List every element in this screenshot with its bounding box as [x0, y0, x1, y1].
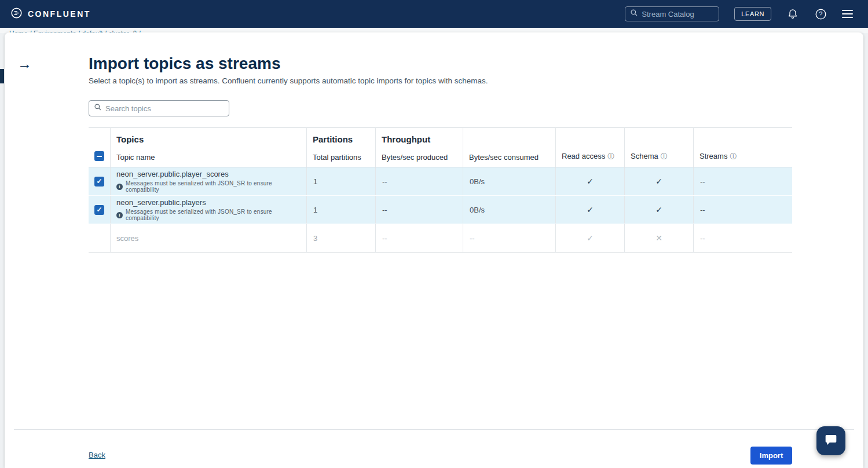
menu-hamburger-icon[interactable] — [842, 10, 853, 18]
top-navbar: CONFLUENT LEARN ? — [0, 0, 868, 28]
bytes-consumed-value: 0B/s — [463, 167, 555, 195]
streams-value: -- — [693, 167, 792, 195]
select-all-checkbox[interactable] — [94, 151, 104, 161]
row-checkbox[interactable] — [94, 177, 104, 187]
chat-bubble-icon — [823, 432, 838, 449]
streams-value: -- — [693, 224, 792, 252]
col-topic-name: Topic name — [116, 153, 301, 162]
partitions-value: 3 — [306, 224, 375, 252]
topic-name: neon_server.public.players — [116, 198, 206, 207]
search-icon — [94, 103, 102, 114]
streams-value: -- — [693, 196, 792, 224]
confluent-brand[interactable]: CONFLUENT — [0, 7, 91, 21]
info-icon: i — [116, 184, 123, 190]
read-access-check-icon: ✓ — [587, 233, 594, 243]
partitions-value: 1 — [306, 167, 375, 195]
col-read-access: Read accessⓘ — [562, 152, 618, 162]
col-bytes-consumed: Bytes/sec consumed — [469, 153, 550, 162]
bytes-produced-value: -- — [375, 224, 463, 252]
col-topics: Topics — [116, 134, 301, 144]
help-icon[interactable]: ? — [814, 8, 827, 20]
collapse-panel-arrow-icon[interactable]: → — [17, 56, 32, 72]
confluent-logo-icon — [10, 7, 23, 21]
page-subtitle: Select a topic(s) to import as streams. … — [89, 76, 488, 85]
brand-name: CONFLUENT — [28, 9, 91, 19]
bytes-produced-value: -- — [375, 167, 463, 195]
info-icon: ⓘ — [661, 152, 668, 160]
notifications-bell-icon[interactable] — [786, 8, 799, 20]
topic-name: scores — [116, 234, 138, 243]
svg-text:?: ? — [819, 10, 822, 17]
row-checkbox[interactable] — [94, 205, 104, 215]
import-button[interactable]: Import — [750, 447, 792, 465]
back-link[interactable]: Back — [89, 451, 105, 459]
search-topics-input[interactable] — [105, 104, 218, 113]
collapsed-sidebar-sliver — [0, 69, 4, 83]
page-title: Import topics as streams — [89, 54, 280, 73]
chat-widget-button[interactable] — [816, 426, 845, 455]
topic-name: neon_server.public.player_scores — [116, 170, 229, 178]
info-icon: ⓘ — [730, 152, 737, 160]
schema-cross-icon: ✕ — [655, 233, 662, 243]
schema-check-icon: ✓ — [655, 205, 662, 214]
search-topics-field[interactable] — [89, 100, 229, 116]
bytes-consumed-value: 0B/s — [463, 196, 555, 224]
topics-table: Topics Topic name Partitions Total parti… — [89, 127, 792, 253]
info-icon: i — [116, 212, 123, 218]
bytes-produced-value: -- — [375, 196, 463, 224]
info-icon: ⓘ — [607, 152, 614, 160]
bytes-consumed-value: -- — [463, 224, 555, 252]
topic-note: i Messages must be serialized with JSON_… — [116, 180, 301, 193]
col-streams: Streamsⓘ — [699, 152, 786, 162]
read-access-check-icon: ✓ — [587, 205, 594, 214]
col-total-partitions: Total partitions — [313, 153, 369, 162]
search-icon — [630, 9, 638, 19]
table-row: scores 3 -- -- ✓ ✕ -- — [89, 224, 792, 253]
footer-divider — [14, 429, 854, 430]
table-row[interactable]: neon_server.public.players i Messages mu… — [89, 196, 792, 224]
col-partitions: Partitions — [313, 134, 369, 144]
col-schema: Schemaⓘ — [631, 152, 687, 162]
schema-check-icon: ✓ — [655, 177, 662, 186]
stream-catalog-input[interactable] — [642, 10, 711, 19]
stream-catalog-search[interactable] — [625, 6, 719, 21]
read-access-check-icon: ✓ — [587, 177, 594, 186]
table-row[interactable]: neon_server.public.player_scores i Messa… — [89, 167, 792, 196]
topic-note: i Messages must be serialized with JSON_… — [116, 209, 301, 221]
learn-button[interactable]: LEARN — [734, 7, 771, 21]
col-bytes-produced: Bytes/sec produced — [382, 153, 457, 162]
partitions-value: 1 — [306, 196, 375, 224]
col-throughput: Throughput — [382, 134, 457, 144]
table-header-row: Topics Topic name Partitions Total parti… — [89, 127, 792, 167]
